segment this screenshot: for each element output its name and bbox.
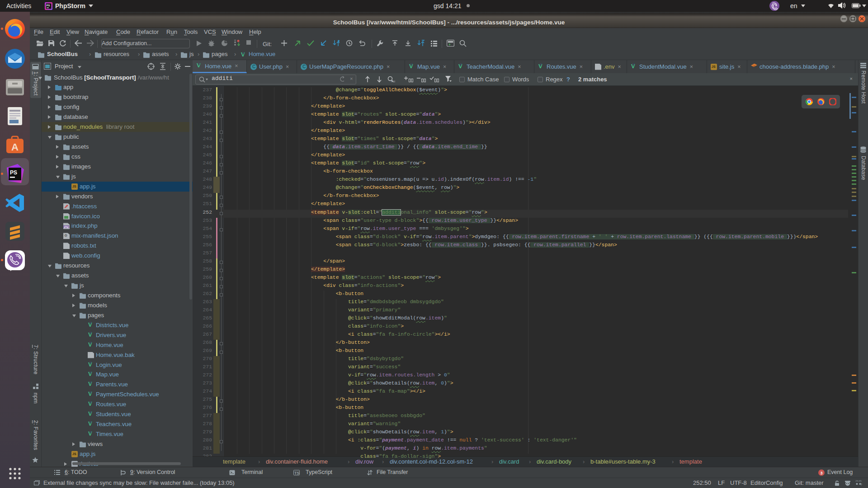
svg-text:3: 3	[821, 471, 823, 475]
svg-text:PS: PS	[10, 169, 17, 176]
svg-text:ALL: ALL	[391, 80, 395, 83]
svg-text:PS: PS	[47, 4, 50, 7]
svg-text:TS: TS	[294, 471, 299, 475]
svg-text:?: ?	[860, 483, 862, 486]
svg-text:A: A	[11, 141, 19, 153]
